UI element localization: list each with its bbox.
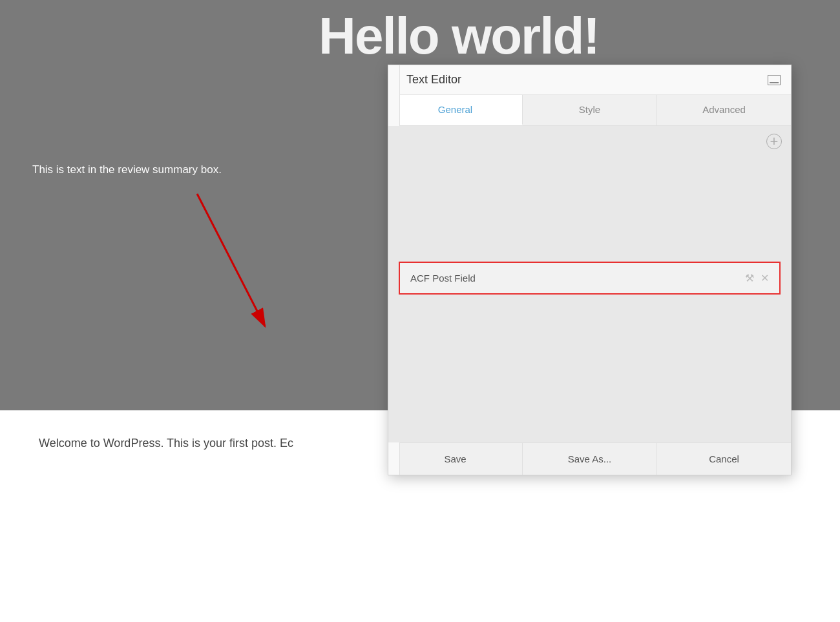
tab-general[interactable]: General — [388, 95, 523, 125]
tab-style[interactable]: Style — [523, 95, 657, 125]
page-title: Hello world! — [319, 6, 599, 66]
field-item-actions: ⚒ ✕ — [745, 272, 769, 284]
dialog-header: Text Editor — [388, 65, 791, 95]
annotation-text: This is text in the review summary box. — [32, 163, 222, 176]
minimize-button[interactable] — [768, 75, 781, 85]
wrench-icon[interactable]: ⚒ — [745, 272, 754, 284]
add-widget-button[interactable]: + — [766, 134, 782, 149]
dialog-title: Text Editor — [406, 73, 461, 87]
save-as-button[interactable]: Save As... — [523, 443, 657, 475]
dialog-tabs: General Style Advanced — [388, 95, 791, 126]
minimize-bar — [770, 82, 779, 83]
dialog-body: + ACF Post Field ⚒ ✕ — [388, 126, 791, 442]
text-editor-dialog: Text Editor General Style Advanced + ACF… — [388, 65, 792, 475]
plus-icon: + — [770, 134, 779, 149]
cancel-button[interactable]: Cancel — [657, 443, 791, 475]
save-button[interactable]: Save — [388, 443, 523, 475]
acf-post-field-item: ACF Post Field ⚒ ✕ — [399, 262, 781, 295]
dialog-footer: Save Save As... Cancel — [388, 442, 791, 475]
field-item-label: ACF Post Field — [410, 273, 476, 284]
close-icon[interactable]: ✕ — [761, 272, 769, 284]
tab-advanced[interactable]: Advanced — [657, 95, 791, 125]
